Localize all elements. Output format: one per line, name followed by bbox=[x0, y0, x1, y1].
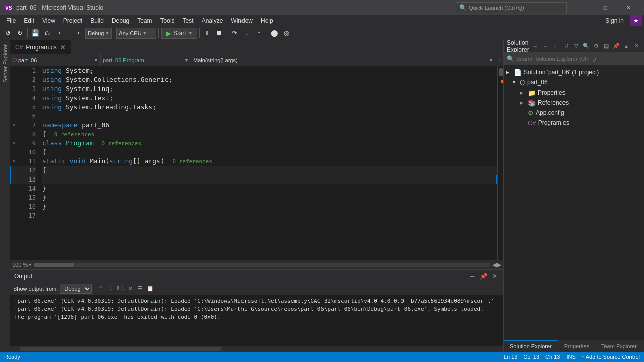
programcs-label: Program.cs bbox=[538, 119, 569, 126]
tree-programcs[interactable]: ▶ C# Program.cs bbox=[504, 118, 644, 128]
tree-project[interactable]: ▼ ⬡ part_06 bbox=[504, 77, 644, 87]
left-sidebar: Server Explorer bbox=[0, 40, 10, 352]
menu-edit[interactable]: Edit bbox=[20, 15, 38, 26]
debug-mode-dropdown[interactable]: Debug ▼ bbox=[85, 28, 112, 39]
tree-appconfig[interactable]: ▶ ⚙ App.config bbox=[504, 108, 644, 118]
nav-expand-button[interactable]: + bbox=[495, 54, 503, 66]
se-tab-solution[interactable]: Solution Explorer bbox=[504, 340, 558, 352]
output-btn1[interactable]: ⇧ bbox=[96, 284, 105, 293]
se-btn-props[interactable]: ⚙ bbox=[592, 42, 601, 51]
tree-properties[interactable]: ▶ 📁 Properties bbox=[504, 87, 644, 98]
toolbar-sep3 bbox=[83, 28, 83, 38]
se-btn-back[interactable]: ← bbox=[531, 42, 540, 51]
h-scroll-thumb bbox=[34, 263, 74, 267]
menu-file[interactable]: File bbox=[2, 15, 20, 26]
menu-debug[interactable]: Debug bbox=[108, 15, 133, 26]
start-button[interactable]: ▶ Start ▼ bbox=[161, 28, 197, 39]
horizontal-scrollbar[interactable] bbox=[34, 263, 490, 267]
scroll-left-btn[interactable]: ◀ bbox=[492, 261, 497, 268]
output-source-select[interactable]: Debug Build bbox=[60, 284, 92, 294]
toolbar-stepinto[interactable]: ↓ bbox=[242, 28, 253, 39]
quick-launch[interactable]: 🔍 Quick Launch (Ctrl+Q) bbox=[456, 2, 567, 13]
toolbar-bp2[interactable]: ◎ bbox=[281, 28, 292, 39]
output-minimize-btn[interactable]: ─ bbox=[468, 272, 477, 281]
nav-class-dropdown[interactable]: part_06.Program ▼ bbox=[101, 54, 191, 66]
zoom-level: 100 % bbox=[12, 262, 28, 268]
play-icon: ▶ bbox=[166, 29, 171, 37]
status-source-control[interactable]: ↑ Add to Source Control bbox=[582, 354, 640, 360]
output-content: 'part_06.exe' (CLR v4.0.30319: DefaultDo… bbox=[10, 295, 503, 346]
se-tab-properties[interactable]: Properties bbox=[558, 340, 595, 352]
tab-close-button[interactable]: ✕ bbox=[60, 43, 66, 51]
status-col: Col 13 bbox=[523, 354, 539, 360]
menu-window[interactable]: Window bbox=[227, 15, 257, 26]
menu-view[interactable]: View bbox=[38, 15, 59, 26]
output-pin-btn[interactable]: 📌 bbox=[479, 272, 488, 281]
toolbar-stop[interactable]: ⏹ bbox=[214, 28, 225, 39]
status-ch: Ch 13 bbox=[545, 354, 560, 360]
menu-tools[interactable]: Tools bbox=[156, 15, 179, 26]
se-btn-refresh[interactable]: ↺ bbox=[561, 42, 571, 51]
code-content[interactable]: using System; using System.Collections.G… bbox=[38, 66, 497, 260]
se-btn-search[interactable]: 🔍 bbox=[582, 42, 591, 51]
editor-scrollbar[interactable] bbox=[497, 66, 503, 260]
output-source-label: Show output from: bbox=[13, 286, 58, 292]
code-line-13[interactable] bbox=[42, 175, 497, 184]
tab-program-cs[interactable]: C# Program.cs ✕ bbox=[10, 40, 71, 54]
tab-label: Program.cs bbox=[26, 44, 56, 51]
nav-class-arrow: ▼ bbox=[184, 58, 189, 63]
tree-references[interactable]: ▶ 📚 References bbox=[504, 98, 644, 108]
fold-7[interactable]: ▼ bbox=[10, 121, 18, 130]
se-btn-pin[interactable]: 📌 bbox=[612, 42, 621, 51]
references-label: References bbox=[538, 99, 569, 106]
zoom-dropdown-arrow[interactable]: ▼ bbox=[28, 262, 32, 267]
minimize-button[interactable]: ─ bbox=[571, 0, 594, 15]
se-btn-filter[interactable]: ▽ bbox=[572, 42, 581, 51]
output-btn4[interactable]: ✕ bbox=[126, 284, 135, 293]
close-button[interactable]: ✕ bbox=[617, 0, 640, 15]
platform-dropdown[interactable]: Any CPU ▼ bbox=[116, 28, 156, 39]
output-btn6[interactable]: 📋 bbox=[146, 284, 155, 293]
menu-project[interactable]: Project bbox=[59, 15, 86, 26]
se-tab-team[interactable]: Team Explorer bbox=[595, 340, 643, 352]
nav-method-dropdown[interactable]: Main(string[] args) ▼ bbox=[191, 54, 495, 66]
se-btn-close[interactable]: ✕ bbox=[632, 42, 641, 51]
toolbar-saveall[interactable]: 🗂 bbox=[42, 28, 53, 39]
menu-build[interactable]: Build bbox=[86, 15, 108, 26]
menu-analyze[interactable]: Analyze bbox=[198, 15, 227, 26]
se-search-input[interactable] bbox=[516, 56, 641, 62]
maximize-button[interactable]: □ bbox=[594, 0, 617, 15]
code-line-15: } bbox=[42, 193, 497, 202]
menu-test[interactable]: Test bbox=[179, 15, 198, 26]
output-btn3[interactable]: ⇩⇩ bbox=[116, 284, 125, 293]
toolbar-sep8 bbox=[267, 28, 267, 38]
fold-11[interactable]: ▼ bbox=[10, 157, 18, 166]
output-btn5[interactable]: ☰ bbox=[136, 284, 145, 293]
nav-method-label: Main(string[] args) bbox=[193, 57, 488, 63]
toolbar-stepover[interactable]: ↷ bbox=[229, 28, 240, 39]
output-scrollbar[interactable] bbox=[10, 346, 503, 352]
se-btn-home[interactable]: ⌂ bbox=[551, 42, 560, 51]
se-btn-float[interactable]: ▲ bbox=[622, 42, 631, 51]
toolbar-redo[interactable]: ⟶ bbox=[69, 28, 80, 39]
se-btn-preview[interactable]: ▤ bbox=[602, 42, 611, 51]
toolbar-undo[interactable]: ⟵ bbox=[57, 28, 68, 39]
menu-help[interactable]: Help bbox=[257, 15, 277, 26]
se-btn-forward[interactable]: → bbox=[541, 42, 550, 51]
tree-solution[interactable]: ▶ 📄 Solution 'part_06' (1 project) bbox=[504, 67, 644, 77]
output-close-btn[interactable]: ✕ bbox=[490, 272, 499, 281]
sign-in-button[interactable]: Sign in bbox=[599, 17, 630, 24]
output-btn2[interactable]: ⇩ bbox=[106, 284, 115, 293]
menu-team[interactable]: Team bbox=[133, 15, 156, 26]
toolbar-bp[interactable]: ⬤ bbox=[269, 28, 280, 39]
toolbar-save[interactable]: 💾 bbox=[30, 28, 41, 39]
toolbar-open[interactable]: ↻ bbox=[14, 28, 25, 39]
scroll-right-btn[interactable]: ▶ bbox=[497, 261, 501, 268]
server-explorer-tab[interactable]: Server Explorer bbox=[1, 40, 9, 86]
toolbar-new[interactable]: ↺ bbox=[2, 28, 13, 39]
output-line-1: 'part_06.exe' (CLR v4.0.30319: DefaultDo… bbox=[14, 297, 499, 305]
fold-9[interactable]: ▼ bbox=[10, 139, 18, 148]
toolbar-stepout[interactable]: ↑ bbox=[254, 28, 265, 39]
toolbar-pause[interactable]: ⏸ bbox=[202, 28, 213, 39]
vs-feedback-icon[interactable]: ★ bbox=[630, 15, 642, 26]
